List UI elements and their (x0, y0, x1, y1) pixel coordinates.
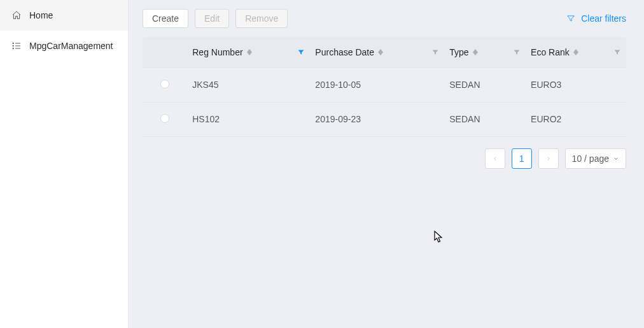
main-content: Create Edit Remove Clear filters (129, 0, 644, 328)
next-page-button[interactable] (538, 148, 559, 169)
filter-icon[interactable] (431, 48, 439, 56)
sidebar-item-mpgcarmanagement[interactable]: MpgCarManagement (0, 31, 128, 61)
edit-button[interactable]: Edit (195, 9, 229, 28)
cell-purchase-date: 2019-10-05 (310, 68, 444, 102)
column-header-type[interactable]: Type (444, 37, 526, 68)
page-number-button[interactable]: 1 (512, 148, 532, 169)
toolbar: Create Edit Remove Clear filters (143, 9, 626, 28)
home-icon (11, 10, 22, 20)
clear-filters-label: Clear filters (581, 13, 626, 24)
svg-point-1 (13, 45, 13, 46)
svg-point-0 (13, 43, 13, 43)
cell-eco-rank: EURO2 (526, 102, 626, 136)
funnel-icon (566, 13, 576, 24)
table-row[interactable]: JKS45 2019-10-05 SEDAN EURO3 (143, 68, 626, 102)
select-column-header (143, 37, 187, 68)
cell-reg-number: JKS45 (187, 68, 310, 102)
sort-icon[interactable] (378, 48, 383, 57)
sort-icon[interactable] (573, 48, 578, 57)
radio-icon[interactable] (160, 114, 169, 123)
column-header-eco-rank[interactable]: Eco Rank (526, 37, 626, 68)
filter-icon[interactable] (297, 48, 305, 56)
column-label: Reg Number (192, 47, 242, 57)
cell-eco-rank: EURO3 (526, 68, 626, 102)
pagination: 1 10 / page (143, 148, 626, 169)
sidebar-item-label: Home (29, 10, 53, 20)
column-label: Eco Rank (531, 47, 570, 57)
row-select-cell[interactable] (143, 68, 187, 102)
column-header-purchase-date[interactable]: Purchase Date (310, 37, 444, 68)
sort-icon[interactable] (473, 48, 478, 57)
svg-point-2 (13, 48, 13, 48)
filter-icon[interactable] (513, 48, 521, 56)
filter-icon[interactable] (613, 48, 621, 56)
data-table: Reg Number (143, 37, 626, 137)
remove-button[interactable]: Remove (235, 9, 288, 28)
cell-purchase-date: 2019-09-23 (310, 102, 444, 136)
page-number-label: 1 (519, 153, 524, 164)
cell-type: SEDAN (444, 68, 526, 102)
cell-reg-number: HS102 (187, 102, 310, 136)
row-select-cell[interactable] (143, 102, 187, 136)
clear-filters-link[interactable]: Clear filters (566, 13, 626, 24)
cursor-icon (434, 231, 444, 243)
sidebar-item-home[interactable]: Home (0, 0, 128, 31)
prev-page-button[interactable] (485, 148, 505, 169)
table-row[interactable]: HS102 2019-09-23 SEDAN EURO2 (143, 102, 626, 136)
cell-type: SEDAN (444, 102, 526, 136)
chevron-down-icon (613, 155, 619, 162)
chevron-left-icon (492, 155, 498, 162)
sidebar: Home MpgCarManagement (0, 0, 129, 328)
list-icon (11, 41, 22, 51)
chevron-right-icon (545, 155, 552, 162)
page-size-label: 10 / page (572, 153, 609, 164)
column-label: Purchase Date (315, 47, 374, 57)
column-label: Type (449, 47, 468, 57)
radio-icon[interactable] (160, 80, 169, 89)
table-header-row: Reg Number (143, 37, 626, 68)
sort-icon[interactable] (247, 48, 252, 57)
create-button[interactable]: Create (143, 9, 188, 28)
page-size-select[interactable]: 10 / page (565, 148, 626, 169)
column-header-reg-number[interactable]: Reg Number (187, 37, 310, 68)
sidebar-item-label: MpgCarManagement (29, 41, 113, 51)
